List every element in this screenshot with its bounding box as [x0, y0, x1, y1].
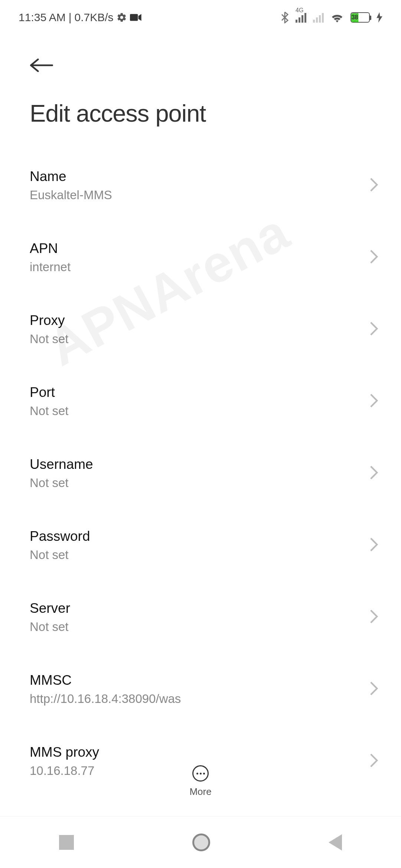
status-datarate: 0.7KB/s: [75, 11, 114, 24]
nav-bar: [0, 816, 401, 868]
row-value: Not set: [30, 548, 362, 562]
row-title: APN: [30, 241, 362, 256]
camera-icon: [130, 13, 142, 22]
gear-icon: [117, 12, 127, 23]
settings-list: Name Euskaltel-MMS APN internet Proxy No…: [0, 149, 401, 797]
svg-rect-0: [130, 14, 138, 21]
status-left: 11:35 AM | 0.7KB/s: [19, 11, 142, 24]
row-value: Not set: [30, 332, 362, 346]
chevron-right-icon: [369, 609, 379, 625]
row-server[interactable]: Server Not set: [30, 581, 379, 653]
row-title: Name: [30, 169, 362, 184]
row-title: Username: [30, 457, 362, 472]
bluetooth-icon: [281, 11, 289, 23]
row-value: internet: [30, 260, 362, 274]
row-apn[interactable]: APN internet: [30, 221, 379, 293]
row-value: Not set: [30, 620, 362, 634]
row-title: Port: [30, 385, 362, 400]
nav-home-button[interactable]: [192, 834, 210, 851]
signal-4g: 4G: [296, 12, 306, 23]
status-time: 11:35 AM: [19, 11, 66, 24]
chevron-right-icon: [369, 177, 379, 194]
battery-icon: 38: [351, 12, 370, 23]
row-username[interactable]: Username Not set: [30, 437, 379, 509]
status-divider: |: [69, 11, 72, 24]
more-button[interactable]: More: [0, 765, 401, 798]
status-bar: 11:35 AM | 0.7KB/s 4G 38: [0, 0, 401, 31]
row-name[interactable]: Name Euskaltel-MMS: [30, 149, 379, 221]
wifi-icon: [330, 12, 344, 23]
chevron-right-icon: [369, 465, 379, 481]
chevron-right-icon: [369, 249, 379, 266]
chevron-right-icon: [369, 681, 379, 697]
more-label: More: [189, 786, 211, 798]
row-value: Not set: [30, 404, 362, 418]
status-right: 4G 38: [281, 11, 382, 23]
row-title: MMSC: [30, 673, 362, 688]
chevron-right-icon: [369, 393, 379, 410]
row-value: http://10.16.18.4:38090/was: [30, 692, 362, 706]
row-value: Not set: [30, 476, 362, 490]
page-title: Edit access point: [0, 88, 401, 149]
row-title: Password: [30, 529, 362, 544]
row-port[interactable]: Port Not set: [30, 365, 379, 437]
row-password[interactable]: Password Not set: [30, 509, 379, 581]
row-proxy[interactable]: Proxy Not set: [30, 293, 379, 365]
row-mmsc[interactable]: MMSC http://10.16.18.4:38090/was: [30, 653, 379, 725]
row-value: Euskaltel-MMS: [30, 188, 362, 202]
signal-nosim: [313, 12, 324, 23]
nav-back-button[interactable]: [329, 834, 342, 851]
more-icon: [192, 765, 209, 782]
chevron-right-icon: [369, 537, 379, 553]
back-button[interactable]: [30, 57, 379, 73]
row-title: MMS proxy: [30, 744, 362, 760]
row-title: Proxy: [30, 313, 362, 328]
row-title: Server: [30, 601, 362, 616]
nav-recent-button[interactable]: [59, 835, 74, 850]
charging-icon: [376, 12, 382, 23]
chevron-right-icon: [369, 321, 379, 338]
